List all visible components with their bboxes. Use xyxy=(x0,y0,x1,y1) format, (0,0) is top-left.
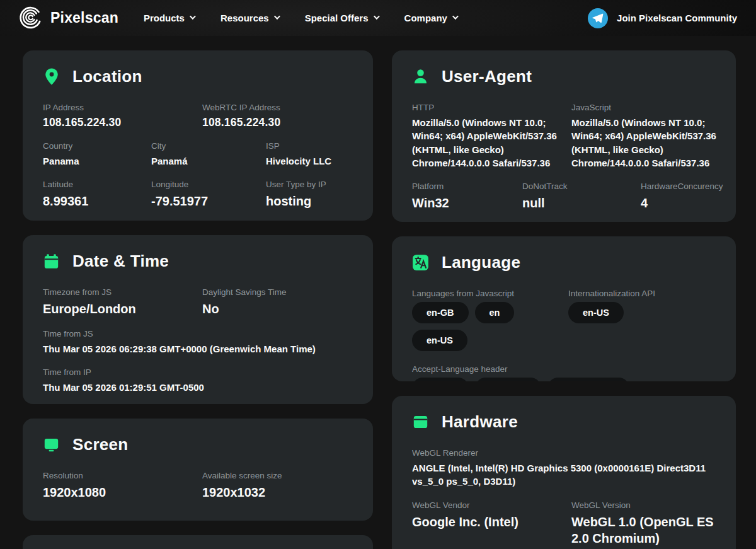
city-value: Panamá xyxy=(151,154,258,168)
language-badge: en-US xyxy=(412,330,467,351)
isp-value: Hivelocity LLC xyxy=(266,154,354,168)
top-navbar: Pixelscan Products Resources Special Off… xyxy=(0,0,756,36)
ip-address-label: IP Address xyxy=(43,103,195,112)
drive-icon xyxy=(412,413,429,431)
monitor-icon xyxy=(43,436,60,453)
longitude-label: Longitude xyxy=(151,180,258,189)
nav-special-offers[interactable]: Special Offers xyxy=(305,13,378,23)
brand-name: Pixelscan xyxy=(50,9,118,26)
main-nav: Products Resources Special Offers Compan… xyxy=(144,13,457,23)
latitude-label: Latitude xyxy=(43,180,144,189)
useragent-card-title: User-Agent xyxy=(442,67,532,86)
nav-resources-label: Resources xyxy=(220,13,269,23)
join-community-label: Join Pixelscan Community xyxy=(617,13,737,23)
fingerprint-dashboard: Location IP Address 108.165.224.30 WebRT… xyxy=(0,36,756,549)
time-js-value: Thu Mar 05 2026 06:29:38 GMT+0000 (Green… xyxy=(43,342,354,355)
donottrack-value: null xyxy=(522,195,633,211)
chevron-down-icon xyxy=(452,13,459,20)
webrtc-ip-value: 108.165.224.30 xyxy=(202,116,354,129)
location-pin-icon xyxy=(43,68,60,85)
country-label: Country xyxy=(43,141,144,151)
hardware-card-title: Hardware xyxy=(442,412,518,432)
nav-products[interactable]: Products xyxy=(144,13,194,23)
webgl-renderer-value: ANGLE (Intel, Intel(R) HD Graphics 5300 … xyxy=(412,461,717,488)
http-ua-label: HTTP xyxy=(412,103,558,112)
nav-company-label: Company xyxy=(404,13,447,23)
time-js-label: Time from JS xyxy=(43,329,354,338)
http-ua-value: Mozilla/5.0 (Windows NT 10.0; Win64; x64… xyxy=(412,116,558,170)
pixelscan-spiral-logo-icon xyxy=(18,5,44,32)
person-icon xyxy=(412,68,429,85)
left-column: Location IP Address 108.165.224.30 WebRT… xyxy=(23,50,373,549)
city-label: City xyxy=(151,141,258,151)
latitude-value: 8.99361 xyxy=(43,193,144,209)
accept-language-pills: en-GB en;q=0.9 en-US;q=0.8 xyxy=(412,378,717,381)
screen-card: Screen Resolution 1920x1080 Available sc… xyxy=(23,419,373,521)
platform-value: Win32 xyxy=(412,195,515,211)
isp-label: ISP xyxy=(266,141,354,151)
resolution-value: 1920x1080 xyxy=(43,484,195,500)
location-card: Location IP Address 108.165.224.30 WebRT… xyxy=(23,50,373,221)
timezone-label: Timezone from JS xyxy=(43,287,195,297)
available-size-value: 1920x1032 xyxy=(202,484,354,500)
right-column: User-Agent HTTP Mozilla/5.0 (Windows NT … xyxy=(392,50,736,549)
useragent-card: User-Agent HTTP Mozilla/5.0 (Windows NT … xyxy=(392,50,736,222)
js-ua-value: Mozilla/5.0 (Windows NT 10.0; Win64; x64… xyxy=(571,116,717,170)
language-badge: en-GB xyxy=(412,302,469,323)
webgl-version-label: WebGL Version xyxy=(571,500,717,510)
webgl-vendor-value: Google Inc. (Intel) xyxy=(412,514,558,530)
chevron-down-icon xyxy=(374,13,380,20)
translate-icon xyxy=(412,254,429,271)
language-card-title: Language xyxy=(442,253,520,272)
accept-language-label: Accept-Language header xyxy=(412,364,717,374)
nav-company[interactable]: Company xyxy=(404,13,457,23)
ip-address-value: 108.165.224.30 xyxy=(43,116,195,129)
nav-special-offers-label: Special Offers xyxy=(305,13,369,23)
join-community-button[interactable]: Join Pixelscan Community xyxy=(588,8,737,28)
country-value: Panama xyxy=(43,154,144,168)
partial-card xyxy=(23,535,373,549)
dst-label: Daylight Savings Time xyxy=(202,287,354,297)
screen-card-title: Screen xyxy=(72,435,129,454)
languages-js-label: Languages from Javascript xyxy=(412,289,561,298)
donottrack-label: DoNotTrack xyxy=(522,182,633,191)
chevron-down-icon xyxy=(190,13,196,20)
timezone-value: Europe/London xyxy=(43,301,195,317)
nav-resources[interactable]: Resources xyxy=(220,13,278,23)
longitude-value: -79.51977 xyxy=(151,193,258,209)
intl-api-pills: en-US xyxy=(568,302,717,323)
webrtc-ip-label: WebRTC IP Address xyxy=(202,103,354,112)
hardware-concurrency-value: 4 xyxy=(641,195,723,211)
webgl-version-value: WebGL 1.0 (OpenGL ES 2.0 Chromium) xyxy=(571,514,717,546)
languages-js-pills: en-GB en en-US xyxy=(412,302,561,351)
location-card-title: Location xyxy=(72,67,142,86)
telegram-icon xyxy=(588,8,608,28)
time-ip-value: Thu Mar 05 2026 01:29:51 GMT-0500 xyxy=(43,381,354,394)
js-ua-label: JavaScript xyxy=(571,103,717,112)
dst-value: No xyxy=(202,301,354,317)
time-ip-label: Time from IP xyxy=(43,367,354,377)
webgl-vendor-label: WebGL Vendor xyxy=(412,500,558,510)
language-card: Language Languages from Javascript en-GB… xyxy=(392,236,736,381)
nav-products-label: Products xyxy=(144,13,185,23)
intl-api-label: Internationalization API xyxy=(568,289,717,298)
webgl-renderer-label: WebGL Renderer xyxy=(412,448,717,458)
available-size-label: Available screen size xyxy=(202,471,354,480)
user-type-label: User Type by IP xyxy=(266,180,354,189)
datetime-card-title: Date & Time xyxy=(72,251,169,271)
platform-label: Platform xyxy=(412,182,515,191)
brand-home-link[interactable]: Pixelscan xyxy=(18,5,118,32)
hardware-concurrency-label: HardwareConcurency xyxy=(641,182,723,191)
language-badge: en-US xyxy=(568,302,624,323)
language-badge: en xyxy=(475,302,515,323)
datetime-card: Date & Time Timezone from JS Europe/Lond… xyxy=(23,235,373,404)
chevron-down-icon xyxy=(274,13,280,20)
language-badge: en;q=0.9 xyxy=(475,378,541,381)
user-type-value: hosting xyxy=(266,193,354,209)
hardware-card: Hardware WebGL Renderer ANGLE (Intel, In… xyxy=(392,396,736,549)
language-badge: en-US;q=0.8 xyxy=(547,378,629,381)
language-badge: en-GB xyxy=(412,378,469,381)
calendar-icon xyxy=(43,253,60,270)
resolution-label: Resolution xyxy=(43,471,195,480)
